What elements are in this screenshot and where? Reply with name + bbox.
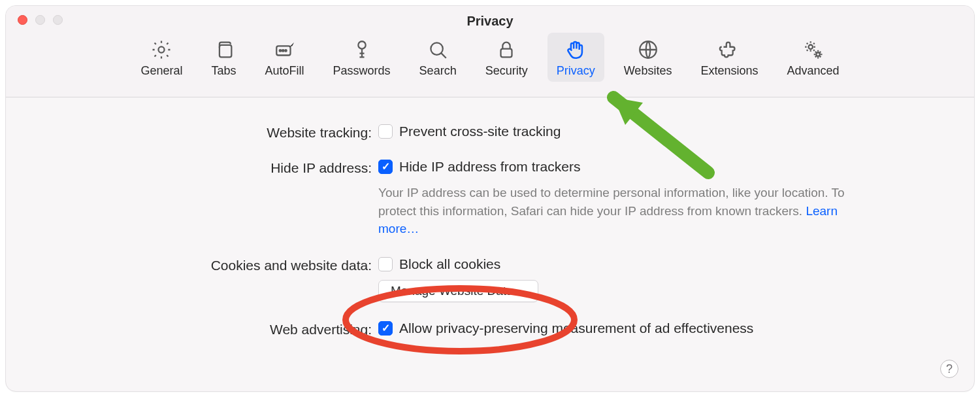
lock-icon [485,37,528,63]
checkbox-label: Block all cookies [399,256,500,272]
svg-point-5 [285,50,287,52]
tab-extensions[interactable]: Extensions [691,33,767,82]
tab-websites[interactable]: Websites [615,33,681,82]
tab-label: Websites [624,64,672,78]
svg-point-7 [431,43,443,54]
tab-label: Passwords [333,64,391,78]
tab-search[interactable]: Search [410,33,466,82]
svg-point-6 [358,41,365,48]
checkbox-icon [378,124,393,139]
tab-security[interactable]: Security [476,33,537,82]
tab-autofill[interactable]: AutoFill [256,33,314,82]
preferences-window: Privacy General Tabs AutoFill [5,5,975,392]
titlebar: Privacy General Tabs AutoFill [6,6,974,97]
label-cookies: Cookies and website data: [45,256,378,273]
search-icon [419,37,457,63]
settings-panel: Website tracking: Prevent cross-site tra… [6,97,974,337]
svg-rect-8 [501,49,512,58]
tab-label: General [140,64,182,78]
row-hide-ip: Hide IP address: Hide IP address from tr… [45,159,935,238]
tab-privacy[interactable]: Privacy [547,33,604,82]
checkbox-hide-ip[interactable]: Hide IP address from trackers [378,159,935,175]
checkbox-icon [378,160,393,174]
checkbox-label: Prevent cross-site tracking [399,124,561,139]
gear-icon [140,37,182,63]
label-website-tracking: Website tracking: [45,124,378,141]
close-window-button[interactable] [18,15,27,25]
checkbox-prevent-cross-site-tracking[interactable]: Prevent cross-site tracking [378,124,935,139]
gears-icon [787,37,839,63]
row-cookies: Cookies and website data: Block all cook… [45,256,935,302]
tab-passwords[interactable]: Passwords [324,33,400,82]
checkbox-allow-ad-measurement[interactable]: Allow privacy-preserving measurement of … [378,320,935,336]
hand-icon [557,37,595,63]
checkbox-block-cookies[interactable]: Block all cookies [378,256,935,272]
pencil-icon [265,37,304,63]
svg-point-0 [159,46,165,52]
globe-icon [624,37,672,63]
tab-advanced[interactable]: Advanced [777,33,848,82]
row-website-tracking: Website tracking: Prevent cross-site tra… [45,124,935,141]
checkbox-icon [378,321,393,336]
window-controls [6,6,63,25]
minimize-window-button[interactable] [35,15,45,25]
tab-label: Advanced [787,64,839,78]
tab-label: Privacy [557,64,595,78]
tab-general[interactable]: General [131,33,191,82]
tab-tabs[interactable]: Tabs [203,33,246,82]
row-web-advertising: Web advertising: Allow privacy-preservin… [45,320,935,337]
zoom-window-button[interactable] [53,15,63,25]
tab-label: Search [419,64,457,78]
window-title: Privacy [6,6,974,29]
tab-label: Extensions [700,64,758,78]
svg-point-4 [282,50,284,52]
checkbox-label: Hide IP address from trackers [399,159,580,175]
hide-ip-description: Your IP address can be used to determine… [378,184,849,238]
svg-rect-1 [219,45,231,57]
manage-website-data-button[interactable]: Manage Website Data… [378,280,538,302]
svg-point-3 [279,50,281,52]
preferences-toolbar: General Tabs AutoFill Passwords [6,33,974,82]
checkbox-label: Allow privacy-preserving measurement of … [399,320,753,336]
key-icon [333,37,391,63]
help-button[interactable]: ? [940,360,958,378]
tab-label: Security [485,64,528,78]
tab-label: Tabs [212,64,237,78]
tabs-icon [212,37,237,63]
checkbox-icon [378,257,393,271]
svg-point-11 [816,52,820,56]
label-hide-ip: Hide IP address: [45,159,378,176]
tab-label: AutoFill [265,64,304,78]
svg-point-10 [808,44,813,49]
puzzle-icon [700,37,758,63]
label-web-advertising: Web advertising: [45,320,378,337]
